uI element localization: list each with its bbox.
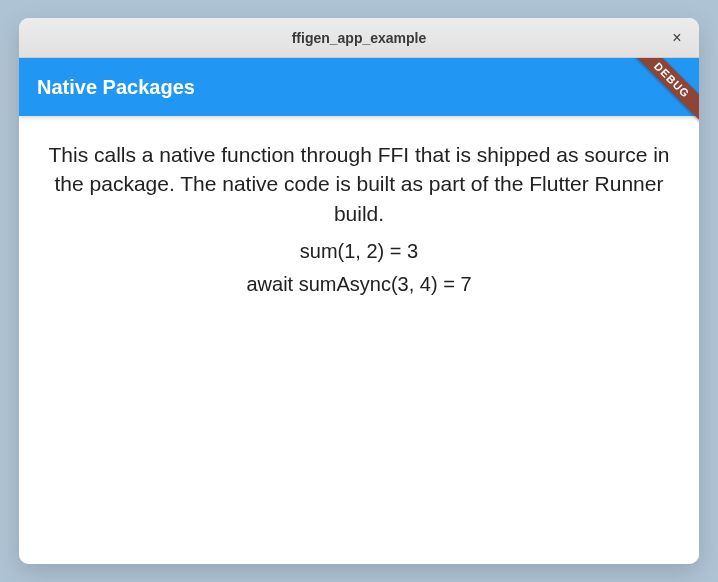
- main-content: This calls a native function through FFI…: [19, 116, 699, 564]
- close-icon: ×: [672, 30, 681, 46]
- app-window: ffigen_app_example × Native Packages DEB…: [19, 18, 699, 564]
- appbar-title: Native Packages: [37, 76, 195, 99]
- window-titlebar[interactable]: ffigen_app_example ×: [19, 18, 699, 58]
- window-close-button[interactable]: ×: [667, 28, 687, 48]
- debug-ribbon-label: DEBUG: [627, 58, 699, 125]
- window-title: ffigen_app_example: [292, 30, 427, 46]
- sum-async-result-text: await sumAsync(3, 4) = 7: [37, 273, 681, 296]
- sum-result-text: sum(1, 2) = 3: [37, 240, 681, 263]
- app-bar: Native Packages DEBUG: [19, 58, 699, 116]
- description-text: This calls a native function through FFI…: [37, 140, 681, 228]
